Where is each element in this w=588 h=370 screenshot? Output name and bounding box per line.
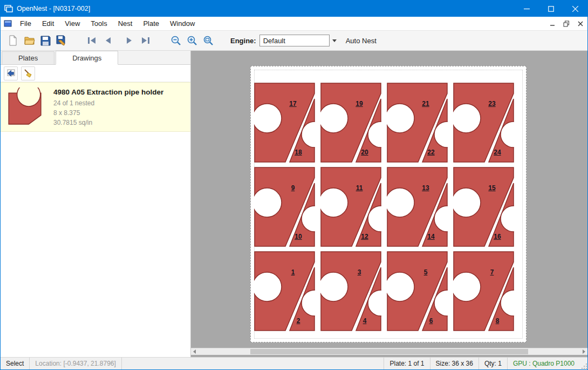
status-mode: Select [1, 358, 30, 369]
new-file-icon[interactable] [5, 32, 21, 49]
close-button[interactable] [563, 1, 587, 17]
statusbar: Select Location: [-0.9437, 21.8796] Plat… [1, 357, 587, 369]
part-number: 10 [290, 233, 307, 240]
titlebar: OpenNest - [N0317-002] [1, 1, 587, 17]
status-gpu: GPU : Quadro P1000 [507, 358, 580, 369]
menu-view[interactable]: View [59, 17, 85, 30]
part-number: 7 [483, 268, 501, 276]
list-item[interactable]: 4980 A05 Extraction pipe holder 24 of 1 … [1, 82, 190, 132]
mdi-restore-icon[interactable] [559, 18, 573, 30]
status-location: Location: [-0.9437, 21.8796] [30, 358, 121, 369]
open-folder-icon[interactable] [21, 32, 37, 49]
part-number: 24 [489, 149, 506, 156]
engine-select[interactable]: Default [259, 35, 330, 46]
part-number: 3 [351, 268, 368, 276]
nest-block[interactable]: 1920 [320, 83, 381, 163]
part-number: 21 [417, 100, 434, 107]
scroll-left-icon[interactable] [191, 348, 198, 355]
resize-grip-icon[interactable] [580, 358, 587, 369]
zoom-in-icon[interactable] [184, 32, 200, 49]
save-icon[interactable] [37, 32, 53, 49]
part-number: 16 [489, 233, 506, 240]
part-number: 14 [422, 233, 440, 240]
chevron-down-icon[interactable] [332, 39, 337, 42]
mdi-close-icon[interactable] [573, 18, 587, 30]
nav-first-icon[interactable] [84, 32, 100, 49]
nest-canvas[interactable]: 171819202122232491011121314151612345678 [191, 51, 587, 357]
document-icon [1, 20, 15, 27]
minimize-button[interactable] [515, 1, 539, 17]
part-number: 18 [290, 149, 307, 156]
sidebar: Plates Drawings 4980 A05 Extraction pipe… [1, 51, 191, 357]
scroll-right-icon[interactable] [580, 348, 587, 355]
nest-block[interactable]: 1516 [453, 167, 514, 247]
part-number: 19 [351, 100, 368, 107]
menu-plate[interactable]: Plate [138, 17, 165, 30]
part-number: 12 [356, 233, 373, 240]
part-number: 6 [422, 317, 440, 325]
nav-last-icon[interactable] [138, 32, 154, 49]
horizontal-scrollbar[interactable] [191, 348, 587, 355]
nest-block[interactable]: 1718 [254, 83, 315, 163]
part-title: 4980 A05 Extraction pipe holder [53, 88, 163, 96]
menu-window[interactable]: Window [165, 17, 200, 30]
menu-tools[interactable]: Tools [85, 17, 112, 30]
part-number: 2 [290, 317, 307, 325]
part-number: 4 [356, 317, 373, 325]
part-number: 8 [489, 317, 506, 325]
part-number: 20 [356, 149, 373, 156]
nav-prev-icon[interactable] [100, 32, 116, 49]
scrollbar-thumb[interactable] [250, 349, 528, 354]
mdi-minimize-icon[interactable] [545, 18, 559, 30]
nest-block[interactable]: 1314 [387, 167, 448, 247]
part-number: 15 [483, 184, 501, 192]
zoom-out-icon[interactable] [168, 32, 184, 49]
nest-block[interactable]: 1112 [320, 167, 381, 247]
nest-block[interactable]: 2122 [387, 83, 448, 163]
nest-block[interactable]: 2324 [453, 83, 514, 163]
part-nested-count: 24 of 1 nested [53, 98, 163, 108]
engine-value: Default [263, 37, 285, 45]
zoom-fit-icon[interactable] [200, 32, 216, 49]
part-number: 23 [483, 100, 501, 107]
nest-block[interactable]: 34 [320, 251, 381, 331]
menu-file[interactable]: File [15, 17, 37, 30]
part-number: 13 [417, 184, 434, 192]
import-drawing-icon[interactable] [4, 66, 18, 80]
status-plate: Plate: 1 of 1 [384, 358, 429, 369]
part-number: 9 [284, 184, 302, 192]
part-number: 17 [284, 100, 302, 107]
nav-next-icon[interactable] [121, 32, 138, 49]
main-toolbar: Engine: Default Auto Nest [1, 31, 587, 51]
tab-plates[interactable]: Plates [2, 51, 54, 64]
menu-items: FileEditViewToolsNestPlateWindow [15, 17, 200, 30]
plate[interactable]: 171819202122232491011121314151612345678 [250, 66, 527, 342]
part-number: 5 [417, 268, 434, 276]
app-icon [1, 5, 17, 12]
part-number: 11 [351, 184, 368, 192]
save-edit-icon[interactable] [53, 32, 70, 49]
window-title: OpenNest - [N0317-002] [17, 5, 90, 12]
nest-block[interactable]: 12 [254, 251, 315, 331]
menubar: FileEditViewToolsNestPlateWindow [1, 17, 587, 31]
part-thumbnail [4, 87, 46, 127]
engine-label: Engine: [230, 37, 256, 45]
sidebar-tabstrip: Plates Drawings [1, 51, 190, 65]
menu-edit[interactable]: Edit [37, 17, 59, 30]
status-qty: Qty: 1 [478, 358, 507, 369]
auto-nest-button[interactable]: Auto Nest [346, 37, 377, 45]
part-area: 30.7815 sq/in [53, 118, 163, 127]
clean-broom-icon[interactable] [21, 66, 35, 80]
part-number: 22 [422, 149, 440, 156]
part-dimensions: 8 x 8.375 [53, 108, 163, 118]
nest-block[interactable]: 910 [254, 167, 315, 247]
sidebar-toolbar [1, 65, 190, 82]
nest-block[interactable]: 56 [387, 251, 448, 331]
tab-drawings[interactable]: Drawings [56, 51, 118, 65]
maximize-button[interactable] [539, 1, 563, 17]
nest-block[interactable]: 78 [453, 251, 514, 331]
menu-nest[interactable]: Nest [113, 17, 138, 30]
part-number: 1 [284, 268, 302, 276]
status-size: Size: 36 x 36 [430, 358, 478, 369]
